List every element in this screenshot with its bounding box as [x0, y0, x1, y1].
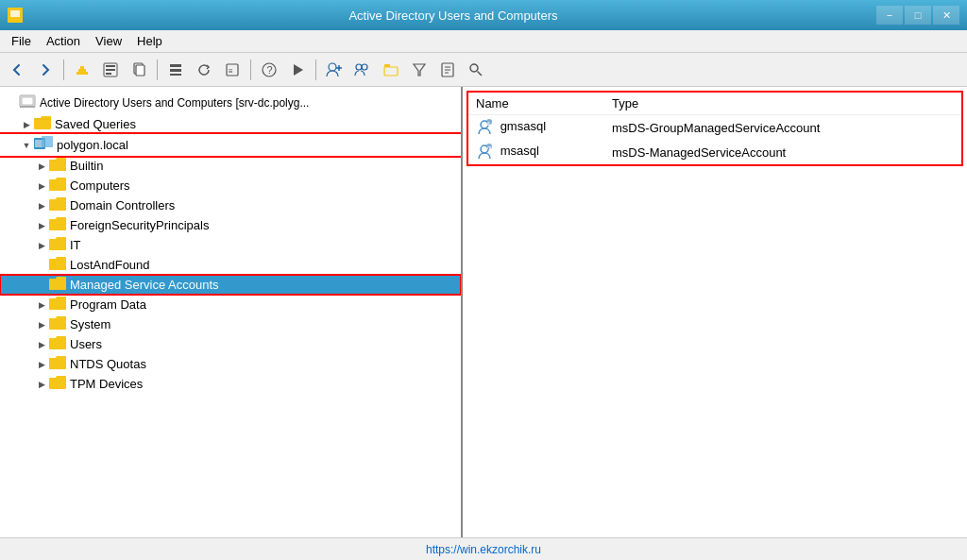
svg-line-32	[478, 71, 483, 76]
tree-item-computers[interactable]: ▶ Computers	[0, 176, 461, 195]
menu-file[interactable]: File	[4, 32, 39, 50]
svg-rect-11	[170, 64, 181, 67]
tree-item-foreign-security[interactable]: ▶ ForeignSecurityPrincipals	[0, 215, 461, 235]
tree-item-managed-service-accounts[interactable]: Managed Service Accounts	[0, 275, 461, 295]
svg-point-31	[470, 64, 478, 72]
maximize-button[interactable]: □	[905, 6, 931, 25]
folder-icon-tpm-devices	[49, 376, 66, 392]
export-button[interactable]: ≡	[219, 57, 246, 83]
expander-ntds-quotas[interactable]: ▶	[34, 357, 49, 372]
tree-item-users[interactable]: ▶ Users	[0, 334, 461, 354]
expander-root	[4, 95, 19, 110]
tree-item-lostandfound[interactable]: LostAndFound	[0, 255, 461, 275]
tree-item-builtin[interactable]: ▶ Builtin	[0, 156, 461, 176]
svg-point-22	[356, 64, 362, 70]
list-view-button[interactable]	[162, 57, 189, 83]
svg-rect-25	[384, 64, 390, 67]
status-url: https://win.ekzorchik.ru	[426, 543, 541, 556]
svg-text:?: ?	[267, 64, 273, 76]
back-button[interactable]	[4, 57, 30, 83]
run-button[interactable]	[284, 57, 311, 83]
row2-name-cell: m msasql	[468, 140, 604, 164]
tree-item-ntds-quotas[interactable]: ▶ NTDS Quotas	[0, 354, 461, 374]
svg-rect-6	[106, 65, 115, 67]
users-label: Users	[70, 337, 102, 351]
up-button[interactable]	[69, 57, 95, 83]
tree-item-root[interactable]: Active Directory Users and Computers [sr…	[0, 91, 461, 114]
expander-system[interactable]: ▶	[34, 317, 49, 332]
menu-view[interactable]: View	[88, 32, 129, 50]
svg-text:m: m	[487, 144, 492, 150]
properties-button[interactable]	[434, 57, 461, 83]
polygon-local-label: polygon.local	[57, 138, 128, 152]
copy-button[interactable]	[126, 57, 152, 83]
menu-bar: File Action View Help	[0, 30, 967, 53]
root-icon	[19, 93, 36, 112]
new-user-button[interactable]	[321, 57, 348, 83]
help-button[interactable]: ?	[256, 57, 282, 83]
svg-rect-10	[136, 65, 144, 76]
root-label: Active Directory Users and Computers [sr…	[40, 96, 309, 110]
lostandfound-label: LostAndFound	[70, 258, 150, 272]
tree-item-polygon-local[interactable]: ▼ polygon.local	[0, 134, 461, 156]
new-ou-button[interactable]	[378, 57, 404, 83]
service-account-icon-1: g	[476, 119, 493, 136]
menu-help[interactable]: Help	[129, 32, 170, 50]
expander-computers[interactable]: ▶	[34, 178, 49, 194]
svg-rect-7	[106, 69, 115, 71]
details-table: Name Type g	[468, 93, 961, 164]
saved-queries-label: Saved Queries	[55, 117, 136, 131]
window-title: Active Directory Users and Computers	[30, 8, 876, 23]
expander-saved-queries[interactable]: ▶	[19, 117, 34, 132]
tree-item-system[interactable]: ▶ System	[0, 314, 461, 334]
svg-text:g: g	[487, 120, 490, 126]
minimize-button[interactable]: −	[876, 6, 903, 25]
new-group-button[interactable]	[349, 57, 376, 83]
row1-name-cell: g gmsasql	[468, 115, 604, 141]
row1-type: msDS-GroupManagedServiceAccount	[604, 115, 961, 141]
folder-icon-computers	[49, 178, 66, 194]
expander-program-data[interactable]: ▶	[34, 297, 49, 313]
svg-rect-34	[22, 97, 33, 105]
svg-text:≡: ≡	[229, 67, 233, 76]
folder-icon-ntds-quotas	[49, 356, 66, 372]
expander-tpm-devices[interactable]: ▶	[34, 377, 49, 392]
tree-item-saved-queries[interactable]: ▶ Saved Queries	[0, 114, 461, 134]
menu-action[interactable]: Action	[39, 32, 88, 50]
it-label: IT	[70, 238, 81, 252]
row2-type: msDS-ManagedServiceAccount	[604, 140, 961, 164]
tree-panel[interactable]: Active Directory Users and Computers [sr…	[0, 87, 463, 537]
expander-users[interactable]: ▶	[34, 337, 49, 352]
refresh-button[interactable]	[191, 57, 217, 83]
expander-lostandfound	[34, 258, 49, 273]
svg-rect-13	[170, 74, 181, 76]
tree-item-tpm-devices[interactable]: ▶ TPM Devices	[0, 374, 461, 394]
expander-it[interactable]: ▶	[34, 238, 49, 253]
forward-button[interactable]	[32, 57, 59, 83]
toolbar: ≡ ?	[0, 53, 967, 87]
search-button[interactable]	[463, 57, 489, 83]
table-row[interactable]: g gmsasql msDS-GroupManagedServiceAccoun…	[468, 115, 961, 141]
svg-point-23	[362, 64, 367, 70]
expander-polygon-local[interactable]: ▼	[19, 138, 34, 153]
svg-marker-18	[294, 64, 303, 76]
expander-builtin[interactable]: ▶	[34, 159, 49, 174]
domain-icon-polygon-local	[34, 136, 53, 154]
filter-button[interactable]	[406, 57, 433, 83]
computers-label: Computers	[70, 178, 130, 193]
svg-rect-8	[106, 73, 111, 75]
tree-item-it[interactable]: ▶ IT	[0, 235, 461, 255]
show-details-button[interactable]	[97, 57, 124, 83]
managed-service-label: Managed Service Accounts	[70, 278, 219, 292]
table-row[interactable]: m msasql msDS-ManagedServiceAccount	[468, 140, 961, 164]
close-button[interactable]: ✕	[933, 6, 959, 25]
expander-foreign-security[interactable]: ▶	[34, 218, 49, 233]
folder-icon-it	[49, 237, 66, 253]
tree-item-domain-controllers[interactable]: ▶ Domain Controllers	[0, 195, 461, 215]
svg-marker-26	[414, 64, 425, 76]
svg-rect-24	[384, 67, 398, 76]
expander-domain-controllers[interactable]: ▶	[34, 198, 49, 213]
folder-icon-system	[49, 316, 66, 332]
tree-item-program-data[interactable]: ▶ Program Data	[0, 295, 461, 314]
details-container: Name Type g	[467, 91, 963, 166]
